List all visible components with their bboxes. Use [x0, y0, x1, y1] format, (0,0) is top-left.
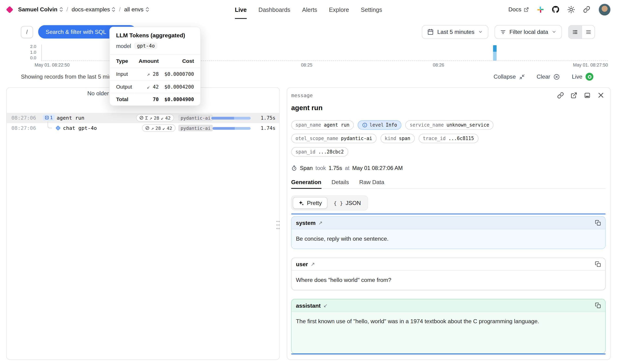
child-count-badge[interactable]: 1 [43, 115, 55, 121]
list-view-icon [585, 29, 591, 35]
message-assistant: assistant ↙ The first known use of "hell… [291, 299, 605, 353]
close-panel-button[interactable] [597, 91, 604, 99]
scope-tag: pydantic-ai [178, 115, 213, 121]
row-amount: 42 [153, 84, 159, 90]
tab-raw-data[interactable]: Raw Data [359, 179, 384, 189]
collapse-label: Collapse [494, 74, 516, 80]
breadcrumb-project[interactable]: docs-examples [72, 6, 116, 13]
toolbar: / Search & filter with SQL Last 5 minute… [0, 25, 617, 39]
row-timestamp: 08:27:06 [11, 125, 36, 131]
json-toggle-button[interactable]: { } JSON [328, 197, 367, 209]
pill-span-id[interactable]: span_id ...28cbc2 [291, 147, 348, 156]
tree-connector [48, 121, 52, 128]
col-amount: Amount [135, 55, 159, 68]
nav-tab-live[interactable]: Live [235, 0, 247, 19]
nav-tab-alerts[interactable]: Alerts [302, 0, 317, 19]
pill-value: agent run [324, 122, 349, 128]
status-actions: Collapse Clear Live [494, 73, 593, 81]
output-arrow-glyph: ↙ [162, 125, 165, 131]
pill-level[interactable]: level Info [358, 120, 401, 130]
message-header: user ↗ [291, 258, 605, 271]
token-summary-chip[interactable]: ↗28 ↙42 [142, 124, 175, 132]
token-summary-chip[interactable]: Σ ↗28 ↙42 [136, 114, 174, 121]
timing-duration: 1.75s [329, 165, 342, 171]
live-button[interactable]: Live [572, 73, 594, 81]
slack-icon[interactable] [537, 6, 544, 13]
github-icon[interactable] [552, 6, 559, 13]
calendar-icon [428, 29, 434, 35]
copy-message-button[interactable] [595, 220, 601, 226]
main-nav: Live Dashboards Alerts Explore Settings [235, 0, 382, 19]
main-content: No older records 08:27:06 1 agent run Σ … [0, 87, 617, 360]
docs-link[interactable]: Docs [509, 6, 529, 13]
pretty-toggle-button[interactable]: Pretty [293, 197, 327, 209]
duration-bar[interactable] [212, 127, 251, 130]
collapse-button[interactable]: Collapse [494, 74, 525, 80]
scope-tag: pydantic-ai [178, 125, 213, 131]
token-icon [139, 116, 144, 120]
timing-timestamp: May 01 08:27:06 AM [352, 165, 403, 171]
sigma-glyph: Σ [145, 115, 148, 121]
direction-arrow: ↗ [318, 220, 322, 226]
duration-bar[interactable] [211, 117, 251, 120]
tokens-out: 42 [165, 115, 171, 121]
pill-key: service_name [410, 122, 444, 128]
model-value-chip: gpt-4o [134, 42, 158, 49]
nav-tab-settings[interactable]: Settings [361, 0, 382, 19]
scroll-bottom-indicator [291, 353, 605, 354]
pill-value: unknown_service [446, 122, 489, 128]
filter-lines-icon [500, 29, 506, 35]
chevron-down-icon [478, 29, 483, 34]
clear-button[interactable]: Clear [537, 73, 560, 80]
trace-row-chat-gpt-4o[interactable]: 08:27:06 chat gpt-4o ↗28 ↙42 pydantic-ai… [7, 123, 279, 133]
tree-view-toggle-button[interactable] [568, 25, 581, 38]
live-label: Live [572, 74, 582, 80]
row-type: Total [110, 93, 135, 105]
stopwatch-icon [291, 165, 297, 171]
copy-span-link-button[interactable] [557, 92, 564, 99]
detail-header: message [291, 91, 605, 99]
message-text: Where does "hello world" come from? [296, 276, 564, 285]
braces-icon: { } [334, 200, 343, 206]
role-label: assistant [296, 302, 321, 309]
tab-generation[interactable]: Generation [291, 179, 321, 189]
org-name: Samuel Colvin [18, 6, 57, 13]
tokens-in: 28 [155, 125, 161, 131]
user-avatar[interactable] [598, 3, 611, 15]
copy-message-button[interactable] [595, 261, 601, 267]
message-body: The first known use of "hello, world" wa… [291, 312, 605, 353]
list-view-toggle-button[interactable] [581, 25, 594, 38]
time-range-dropdown[interactable]: Last 5 minutes [422, 25, 488, 39]
project-name: docs-examples [72, 6, 110, 13]
copy-link-icon[interactable] [583, 6, 590, 13]
updown-chevron-icon [145, 7, 149, 12]
filter-local-data-dropdown[interactable]: Filter local data [495, 25, 562, 39]
detail-header-actions [557, 91, 606, 99]
theme-toggle-sun-icon[interactable] [567, 6, 575, 13]
trace-list-panel: No older records 08:27:06 1 agent run Σ … [6, 87, 280, 360]
open-in-new-button[interactable] [571, 92, 577, 99]
token-usage-bar[interactable] [493, 45, 497, 61]
slash-shortcut-hint: / [21, 26, 33, 38]
detail-tabs: Generation Details Raw Data [291, 179, 605, 189]
pill-trace-id[interactable]: trace_id ...6c8115 [419, 134, 478, 143]
dock-panel-button[interactable] [584, 92, 591, 99]
tab-details[interactable]: Details [331, 179, 349, 189]
panel-resize-handle[interactable] [275, 220, 281, 231]
time-range-label: Last 5 minutes [437, 29, 474, 35]
span-name: chat gpt-4o [63, 125, 97, 131]
format-toggle-wrap: Pretty { } JSON [291, 195, 605, 210]
tokens-row-output: Output ↙ 42 $0.0004200 [110, 80, 200, 93]
pill-value: ...6c8115 [448, 136, 474, 141]
copy-message-button[interactable] [595, 303, 601, 308]
clear-label: Clear [537, 74, 550, 80]
nav-tab-dashboards[interactable]: Dashboards [258, 0, 290, 19]
filter-label: Filter local data [509, 29, 548, 35]
output-arrow-glyph: ↙ [161, 115, 164, 121]
breadcrumb-env[interactable]: all envs [124, 6, 149, 13]
pill-value: Info [386, 122, 397, 128]
breadcrumb-org[interactable]: Samuel Colvin [18, 6, 63, 13]
message-body: Be concise, reply with one sentence. [291, 229, 605, 248]
nav-tab-explore[interactable]: Explore [329, 0, 349, 19]
message-header: system ↗ [291, 217, 605, 229]
